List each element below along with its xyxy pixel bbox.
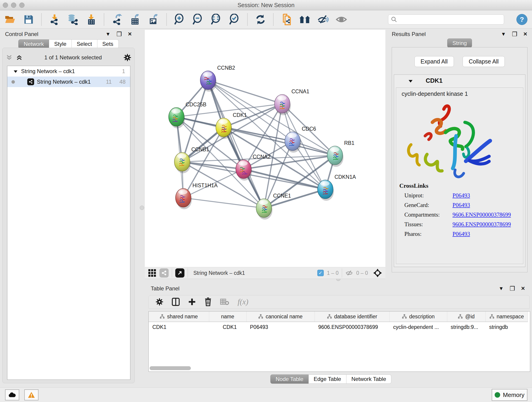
network-edge-CCNB2-RB1[interactable] (208, 80, 335, 155)
detach-view-icon[interactable] (175, 268, 184, 278)
panel-menu-icon[interactable]: ▼ (105, 32, 110, 37)
column-header[interactable]: name (209, 312, 246, 322)
network-node-RB1[interactable]: RB1 (327, 140, 355, 167)
crosslink-link[interactable]: 9606.ENSP00000378699 (452, 221, 511, 228)
delete-table-icon[interactable] (220, 298, 229, 305)
network-canvas[interactable]: CCNB2CCNA1CDC25BCDK1CDC6RB1CCNB1CCNA2CDK… (145, 30, 385, 267)
column-header[interactable]: description (389, 312, 447, 322)
tab-node-table[interactable]: Node Table (270, 375, 309, 384)
collapse-all-icon[interactable] (6, 54, 13, 61)
panel-close-icon[interactable]: ✕ (128, 32, 132, 37)
function-builder-icon[interactable]: f(x) (238, 298, 248, 306)
zoom-selected-icon[interactable] (229, 14, 240, 25)
panel-float-icon[interactable]: ❒ (510, 286, 515, 292)
zoom-out-icon[interactable] (192, 14, 204, 25)
panel-float-icon[interactable]: ❒ (116, 31, 122, 37)
node-count: 11 (106, 79, 112, 85)
column-header[interactable]: canonical name (246, 312, 315, 322)
cell-id[interactable]: stringdb:9... (447, 322, 486, 332)
warnings-button[interactable] (24, 389, 38, 400)
cell-shared-name[interactable]: CDK1 (149, 322, 209, 332)
memory-button[interactable]: Memory (492, 389, 527, 401)
network-node-CCNA1[interactable]: CCNA1 (274, 89, 309, 115)
network-node-CDC25B[interactable]: CDC25B (169, 102, 206, 128)
export-network-icon[interactable] (111, 14, 123, 25)
column-header[interactable]: @id (447, 312, 486, 322)
column-header[interactable]: shared name (149, 312, 209, 322)
column-header[interactable]: namespace (486, 312, 528, 322)
zoom-in-icon[interactable] (174, 14, 185, 25)
tab-network-table[interactable]: Network Table (346, 375, 392, 384)
clone-network-icon[interactable] (281, 14, 292, 25)
grid-view-icon[interactable] (148, 269, 156, 277)
network-edge-CCNE1-CDKN1A[interactable] (264, 189, 325, 208)
gear-icon[interactable] (123, 54, 131, 61)
network-row-selected[interactable]: String Network – cdk1 11 48 (7, 77, 130, 87)
show-hide-graphics-icon[interactable] (317, 14, 329, 25)
show-columns-icon[interactable] (172, 298, 180, 306)
panel-menu-icon[interactable]: ▼ (501, 32, 506, 37)
collapse-all-button[interactable]: Collapse All (462, 56, 505, 67)
export-table-icon[interactable] (130, 14, 141, 25)
panel-close-icon[interactable]: ✕ (521, 286, 525, 291)
tab-style[interactable]: Style (49, 39, 71, 49)
cell-namespace[interactable]: stringdb (486, 322, 528, 332)
search-input-field[interactable] (399, 16, 501, 23)
horizontal-scrollbar-thumb[interactable] (150, 366, 191, 370)
tab-string[interactable]: String (447, 38, 472, 48)
crosslink-link[interactable]: 9606.ENSP00000378699 (452, 211, 511, 218)
current-network-dot-icon (12, 80, 15, 84)
hidden-eye-icon[interactable] (345, 270, 353, 276)
delete-column-trash-icon[interactable] (204, 298, 212, 306)
cell-database-identifier[interactable]: 9606.ENSP00000378699 (315, 322, 389, 332)
import-network-from-database-icon[interactable] (67, 14, 79, 25)
tab-edge-table[interactable]: Edge Table (309, 375, 346, 384)
cell-description[interactable]: cyclin-dependent ... (389, 322, 447, 332)
network-node-CDKN1A[interactable]: CDKN1A (317, 174, 356, 201)
cell-canonical-name[interactable]: P06493 (246, 322, 315, 332)
tab-network[interactable]: Network (18, 39, 49, 49)
panel-menu-icon[interactable]: ▼ (499, 286, 504, 291)
gene-expander-icon[interactable] (409, 80, 413, 82)
tab-sets[interactable]: Sets (97, 39, 119, 49)
eye-icon[interactable] (336, 14, 347, 25)
cell-name[interactable]: CDK1 (209, 322, 246, 332)
column-type-icon (327, 314, 332, 319)
network-edge-CCNE1-HIST1H1A[interactable] (183, 198, 264, 208)
open-session-icon[interactable] (5, 14, 16, 25)
crosslink-link[interactable]: P06493 (452, 202, 470, 208)
column-header[interactable]: database identifier (315, 312, 389, 322)
network-view-mode-icon[interactable] (159, 268, 169, 278)
network-edge-CCNB2-CCNA1[interactable] (208, 80, 282, 104)
table-options-gear-icon[interactable] (156, 298, 163, 306)
column-type-icon (160, 314, 165, 319)
expand-all-icon[interactable] (16, 54, 23, 61)
network-node-CCNE1[interactable]: CCNE1 (256, 193, 291, 220)
refresh-view-icon[interactable] (255, 14, 266, 25)
save-session-icon[interactable] (23, 14, 34, 25)
tab-select[interactable]: Select (72, 39, 97, 49)
network-graph[interactable]: CCNB2CCNA1CDC25BCDK1CDC6RB1CCNB1CCNA2CDK… (145, 30, 385, 267)
network-edge-CCNB2-CCNE1[interactable] (208, 80, 264, 208)
export-image-icon[interactable] (148, 14, 159, 25)
expand-all-button[interactable]: Expand All (414, 56, 454, 67)
import-network-from-file-icon[interactable] (49, 14, 60, 25)
create-column-plus-icon[interactable] (188, 298, 196, 306)
birds-eye-navigator-icon[interactable] (373, 268, 382, 278)
network-collection-row[interactable]: String Network – cdk1 1 (7, 66, 130, 77)
collection-expander-icon[interactable] (14, 70, 17, 73)
cloud-button[interactable] (5, 389, 19, 400)
search-input[interactable] (388, 14, 504, 25)
help-button[interactable]: ? (516, 14, 527, 25)
selected-checkbox-icon[interactable]: ✓ (317, 270, 324, 276)
import-table-from-file-icon[interactable] (85, 14, 97, 25)
zoom-fit-icon[interactable] (210, 14, 222, 25)
vertical-splitter-grip[interactable] (140, 206, 144, 210)
home-panel-icon[interactable] (299, 14, 310, 25)
table-row[interactable]: CDK1 CDK1 P06493 9606.ENSP00000378699 cy… (149, 322, 528, 332)
crosslink-link[interactable]: P06493 (452, 192, 470, 199)
network-node-HIST1H1A[interactable]: HIST1H1A (176, 182, 218, 209)
panel-close-icon[interactable]: ✕ (523, 32, 527, 37)
panel-float-icon[interactable]: ❒ (512, 31, 517, 37)
crosslink-link[interactable]: P06493 (452, 231, 470, 237)
